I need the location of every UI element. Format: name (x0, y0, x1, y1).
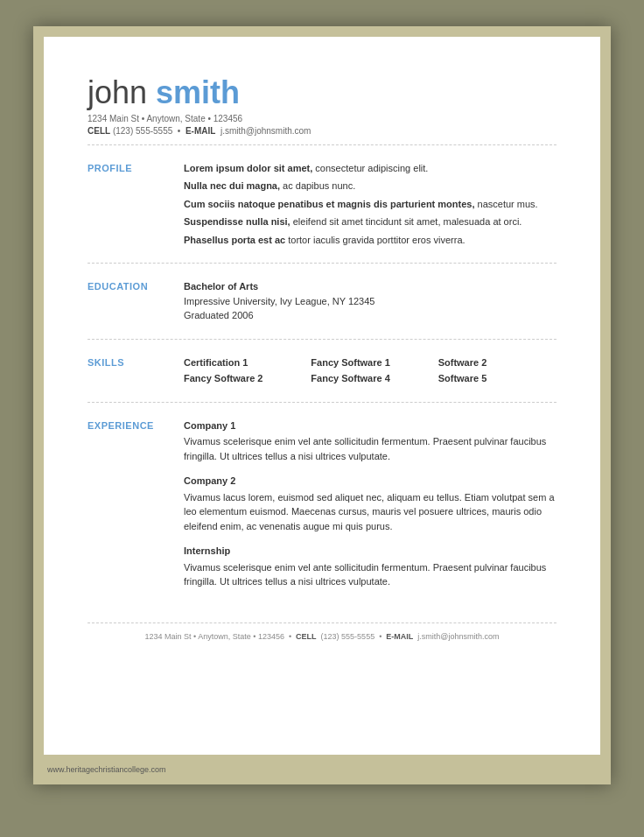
experience-entry: InternshipVivamus scelerisque enim vel a… (184, 544, 556, 589)
profile-bold-3: Cum sociis natoque penatibus et magnis d… (184, 199, 475, 209)
skills-label: SKILLS (88, 355, 184, 368)
profile-content: Lorem ipsum dolor sit amet, consectetur … (184, 161, 556, 248)
full-name: john smith (88, 75, 556, 110)
profile-bold-4: Suspendisse nulla nisi, (184, 216, 290, 227)
website-url: www.heritagechristiancollege.com (47, 765, 166, 774)
exp-company: Company 2 (184, 474, 556, 489)
education-section: EDUCATION Bachelor of Arts Impressive Un… (88, 272, 556, 330)
footer-email: j.smith@johnsmith.com (417, 632, 499, 641)
resume-header: john smith 1234 Main St • Anytown, State… (88, 75, 556, 136)
resume-footer: 1234 Main St • Anytown, State • 123456 •… (88, 622, 556, 641)
skill-item: Software 2 (438, 355, 556, 370)
email-address: j.smith@johnsmith.com (220, 126, 312, 136)
footer-email-label: E-MAIL (386, 632, 413, 641)
profile-para-1: Lorem ipsum dolor sit amet, consectetur … (184, 161, 556, 176)
footer-address: 1234 Main St • Anytown, State • 123456 (145, 632, 284, 641)
divider-after-education (88, 339, 556, 340)
edu-degree: Bachelor of Arts (184, 279, 556, 294)
email-label: E-MAIL (186, 126, 215, 136)
education-content: Bachelor of Arts Impressive University, … (184, 279, 556, 323)
profile-label: PROFILE (88, 161, 184, 173)
skill-item: Fancy Software 4 (311, 371, 429, 386)
resume-document: john smith 1234 Main St • Anytown, State… (44, 37, 600, 755)
cell-label: CELL (88, 126, 110, 136)
exp-description: Vivamus scelerisque enim vel ante sollic… (184, 560, 556, 589)
experience-section: EXPERIENCE Company 1Vivamus scelerisque … (88, 411, 556, 596)
divider-after-profile (88, 263, 556, 264)
page-wrapper: john smith 1234 Main St • Anytown, State… (33, 26, 611, 784)
experience-label: EXPERIENCE (88, 418, 184, 431)
exp-company: Company 1 (184, 418, 556, 433)
profile-para-5: Phasellus porta est ac tortor iaculis gr… (184, 233, 556, 248)
exp-description: Vivamus scelerisque enim vel ante sollic… (184, 434, 556, 463)
divider-after-skills (88, 402, 556, 403)
first-name: john (88, 74, 147, 110)
experience-entry: Company 1Vivamus scelerisque enim vel an… (184, 418, 556, 464)
skill-item: Fancy Software 1 (311, 355, 429, 370)
skill-item: Software 5 (438, 371, 556, 386)
footer-cell: (123) 555-5555 (321, 632, 375, 641)
profile-bold-5: Phasellus porta est ac (184, 235, 285, 245)
skill-item: Certification 1 (184, 355, 302, 370)
header-contact: CELL (123) 555-5555 • E-MAIL j.smith@joh… (88, 126, 556, 136)
skills-content: Certification 1Fancy Software 1Software … (184, 355, 556, 386)
education-label: EDUCATION (88, 279, 184, 292)
edu-graduated: Graduated 2006 (184, 308, 556, 323)
footer-cell-label: CELL (296, 632, 317, 641)
website-bar: www.heritagechristiancollege.com (44, 762, 600, 774)
profile-para-3: Cum sociis natoque penatibus et magnis d… (184, 197, 556, 212)
skills-section: SKILLS Certification 1Fancy Software 1So… (88, 348, 556, 393)
experience-content: Company 1Vivamus scelerisque enim vel an… (184, 418, 556, 589)
profile-bold-1: Lorem ipsum dolor sit amet, (184, 163, 312, 173)
skill-item: Fancy Software 2 (184, 371, 302, 386)
exp-description: Vivamus lacus lorem, euismod sed aliquet… (184, 490, 556, 534)
experience-entry: Company 2Vivamus lacus lorem, euismod se… (184, 474, 556, 533)
edu-school: Impressive University, Ivy League, NY 12… (184, 294, 556, 309)
last-name: smith (156, 74, 240, 110)
profile-para-4: Suspendisse nulla nisi, eleifend sit ame… (184, 215, 556, 229)
cell-number: (123) 555-5555 (113, 126, 172, 136)
header-address: 1234 Main St • Anytown, State • 123456 (88, 114, 556, 123)
profile-section: PROFILE Lorem ipsum dolor sit amet, cons… (88, 154, 556, 255)
profile-para-2: Nulla nec dui magna, ac dapibus nunc. (184, 179, 556, 193)
divider-after-header (88, 144, 556, 145)
exp-company: Internship (184, 544, 556, 559)
skills-grid: Certification 1Fancy Software 1Software … (184, 355, 556, 386)
profile-bold-2: Nulla nec dui magna, (184, 180, 280, 191)
